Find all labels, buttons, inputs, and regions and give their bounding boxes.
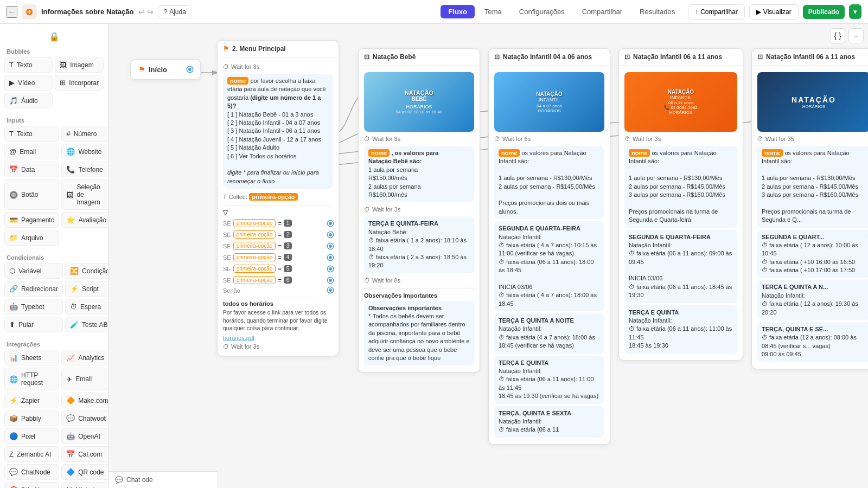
- sidebar-item-redirecionar[interactable]: 🔗Redirecionar: [4, 281, 63, 297]
- sidebar-item-qr[interactable]: 🔷QR code: [61, 464, 108, 480]
- topbar-left: ← Informações sobre Natação ↩ ↪ ? Ajuda: [7, 4, 435, 20]
- sidebar-item-pagamento[interactable]: 💳Pagamento: [4, 212, 59, 228]
- tab-tema[interactable]: Tema: [477, 5, 509, 18]
- sidebar-item-variavel[interactable]: ⬡Variável: [4, 263, 63, 279]
- sidebar-item-dify[interactable]: 🎯Dify.AI: [4, 482, 59, 488]
- sidebar-item-pabbly[interactable]: 📦Pabbly: [4, 410, 59, 426]
- node-infantil04[interactable]: ⊡ Natação Infantil 04 a 06 anos NATAÇÃO …: [488, 48, 610, 445]
- section-integracoes: Integrações 📊Sheets 📈Analytics 🌐HTTP req…: [4, 338, 104, 488]
- int-email-icon: ✈: [66, 375, 72, 383]
- sidebar-item-telefone[interactable]: 📞Telefone: [61, 162, 108, 177]
- bebe-title: Natação Bebê: [373, 53, 416, 61]
- infantil17-body: NATAÇÃO HORÁRIOS ⏱ Wait for 35 nome os v…: [752, 66, 868, 369]
- sidebar-item-script[interactable]: ⚡Script: [65, 281, 108, 297]
- bebe-obs-msg: Observações importantes *-Todos os bebês…: [364, 301, 474, 366]
- sidebar-item-selecao-imagem[interactable]: 🖼Seleção de Imagem: [61, 179, 108, 210]
- sidebar-item-http[interactable]: 🌐HTTP request: [4, 368, 59, 390]
- infantil04-wait1: ⏱ Wait for 6s: [494, 134, 604, 144]
- sidebar-item-botao[interactable]: 🔘Botão: [4, 179, 59, 210]
- infantil04-schedule2: TERÇA E QUINTA A NOITE Natação Infantil:…: [494, 313, 604, 354]
- undo-button[interactable]: ↩: [138, 8, 145, 16]
- flow-area[interactable]: ⚑ Início ⚑ 2. Menu Principal ⏱ Wait for: [108, 24, 868, 488]
- sidebar-item-chatwoot[interactable]: 💬Chatwoot: [61, 410, 108, 426]
- rating-icon: ⭐: [66, 216, 75, 224]
- redirect-icon: 🔗: [9, 285, 18, 293]
- sidebar-item-pixel[interactable]: 🔵Pixel: [4, 428, 59, 444]
- sidebar-item-openai[interactable]: 🤖OpenAI: [61, 428, 108, 444]
- sidebar-item-espera[interactable]: ⏱Espera: [65, 299, 108, 314]
- sidebar-item-audio[interactable]: 🎵Áudio: [4, 93, 53, 108]
- sidebar-item-pular[interactable]: ⬆Pular: [4, 317, 63, 332]
- topbar-tabs: Fluxo Tema Configurações Compartilhar Re…: [441, 5, 682, 18]
- canvas[interactable]: { } −: [108, 24, 868, 488]
- sidebar-item-mistral[interactable]: MMistral: [61, 482, 108, 488]
- sidebar-item-zemantic[interactable]: ZZemantic AI: [4, 446, 59, 462]
- help-button[interactable]: ? Ajuda: [158, 5, 192, 18]
- bebe-wait1: ⏱ Wait for 3s: [364, 134, 474, 144]
- sidebar-item-video[interactable]: ▶Vídeo: [4, 75, 53, 91]
- node-menu[interactable]: ⚑ 2. Menu Principal ⏱ Wait for 3s nome p…: [217, 40, 339, 356]
- horarios-link[interactable]: horários.pdf: [223, 334, 333, 342]
- sidebar-item-imagem[interactable]: 🖼Imagem: [55, 57, 104, 73]
- node-start[interactable]: ⚑ Início: [130, 59, 201, 80]
- sidebar-item-typebot[interactable]: 🤖Typebot: [4, 299, 63, 314]
- tab-configuracoes[interactable]: Configurações: [512, 5, 572, 18]
- infantil17-header: ⊡ Natação Infantil 06 a 11 anos: [752, 49, 868, 66]
- infantil17-nome-tag: nome: [762, 149, 783, 157]
- tab-compartilhar[interactable]: Compartilhar: [575, 5, 630, 18]
- sidebar-item-data[interactable]: 📅Data: [4, 162, 59, 177]
- node-infantil06[interactable]: ⊡ Natação Infantil 06 a 11 anos NATAÇÃO …: [618, 48, 743, 361]
- analytics-icon: 📈: [66, 354, 75, 362]
- tab-fluxo[interactable]: Fluxo: [441, 5, 475, 18]
- published-chevron[interactable]: ▾: [849, 4, 861, 19]
- sidebar-item-incorporar[interactable]: ⊞Incorporar: [55, 75, 104, 91]
- fit-button[interactable]: −: [848, 28, 864, 43]
- sidebar-item-email[interactable]: @Email: [4, 144, 59, 159]
- start-flag-icon: ⚑: [138, 65, 145, 74]
- share-button[interactable]: ↑ Compartilhar: [688, 4, 745, 20]
- share-icon: ↑: [695, 8, 698, 16]
- published-label: Publicado: [808, 8, 839, 16]
- sidebar-item-chatnode[interactable]: 💬ChatNode: [4, 464, 59, 480]
- sidebar-item-input-texto[interactable]: TTexto: [4, 126, 59, 142]
- bebe-wait2: ⏱ Wait for 3s: [364, 204, 474, 214]
- sidebar-item-cal[interactable]: 📅Cal.com: [61, 446, 108, 462]
- sidebar-item-zapier[interactable]: ⚡Zapier: [4, 393, 59, 408]
- sidebar-item-texto[interactable]: TTexto: [4, 57, 53, 73]
- mistral-icon: M: [66, 486, 72, 488]
- sidebar-item-int-email[interactable]: ✈Email: [61, 368, 108, 390]
- start-label: Início: [149, 66, 167, 74]
- tab-resultados[interactable]: Resultados: [632, 5, 682, 18]
- file-icon: 📁: [9, 234, 18, 242]
- sidebar-item-numero[interactable]: #Número: [61, 126, 108, 142]
- menu-wait: ⏱ Wait for 3s: [223, 62, 333, 72]
- code-button[interactable]: { }: [830, 28, 845, 43]
- infantil17-wait1: ⏱ Wait for 35: [757, 134, 868, 144]
- sidebar-item-condicao[interactable]: 🔀Condição: [65, 263, 108, 279]
- image-icon: 🖼: [60, 61, 67, 69]
- node-infantil17[interactable]: ⊡ Natação Infantil 06 a 11 anos NATAÇÃO …: [751, 48, 868, 369]
- share-label: Compartilhar: [700, 8, 738, 16]
- sidebar-item-make[interactable]: 🔶Make.com: [61, 393, 108, 408]
- bebe-img-content: NATAÇÃO BEBÊ HORÁRIOS 04 às 02 18:10 às …: [396, 89, 443, 114]
- infantil06-title: Natação Infantil 06 a 11 anos: [633, 53, 722, 61]
- redo-button[interactable]: ↪: [147, 8, 154, 16]
- sidebar-item-sheets[interactable]: 📊Sheets: [4, 350, 59, 365]
- sidebar-item-teste-ab[interactable]: 🧪Teste AB: [65, 317, 108, 332]
- node-natacao-bebe[interactable]: ⊡ Natação Bebê NATAÇÃO BEBÊ HORÁRIOS 04 …: [358, 48, 480, 373]
- infantil06-image: NATAÇÃO INFANTIL 06 a 11 anos 📞 61 3084-…: [624, 72, 737, 132]
- preview-button[interactable]: ▶ Visualizar: [749, 4, 799, 20]
- sidebar-item-arquivo[interactable]: 📁Arquivo: [4, 230, 59, 246]
- filter-icon-row: ▽: [223, 208, 333, 217]
- skip-icon: ⬆: [9, 320, 15, 329]
- ab-test-icon: 🧪: [70, 320, 79, 329]
- cond-dot-5: [328, 266, 333, 272]
- infantil04-clock-icon: ⏱: [494, 136, 500, 142]
- sidebar-item-website[interactable]: 🌐Website: [61, 144, 108, 159]
- cal-icon: 📅: [66, 450, 75, 458]
- back-button[interactable]: ←: [7, 6, 17, 18]
- published-button[interactable]: Publicado: [803, 5, 845, 19]
- cond-dot-6: [328, 278, 333, 283]
- sidebar-item-avaliacao[interactable]: ⭐Avaliação: [61, 212, 108, 228]
- sidebar-item-analytics[interactable]: 📈Analytics: [61, 350, 108, 365]
